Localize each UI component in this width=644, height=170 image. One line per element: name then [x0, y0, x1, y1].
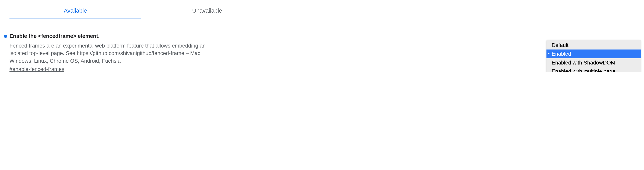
flags-page: Available Unavailable Enable the <fenced…	[0, 4, 644, 72]
dropdown-option-enabled[interactable]: Enabled	[546, 49, 641, 58]
tabs-bar: Available Unavailable	[10, 4, 273, 19]
flag-title: Enable the <fencedframe> element.	[10, 33, 100, 39]
flag-title-row: Enable the <fencedframe> element.	[4, 33, 215, 39]
tab-available[interactable]: Available	[10, 4, 141, 19]
flag-description: Fenced frames are an experimental web pl…	[10, 42, 215, 65]
modified-indicator-icon	[4, 35, 7, 38]
tab-unavailable[interactable]: Unavailable	[141, 4, 273, 19]
dropdown-option-default[interactable]: Default	[546, 41, 641, 49]
flag-content: Enable the <fencedframe> element. Fenced…	[4, 33, 215, 72]
dropdown-option-enabled-mpa[interactable]: Enabled with multiple page architecture	[546, 67, 641, 72]
flag-hash-link[interactable]: #enable-fenced-frames	[10, 66, 64, 72]
dropdown-option-enabled-shadowdom[interactable]: Enabled with ShadowDOM	[546, 58, 641, 67]
flag-row: Enable the <fencedframe> element. Fenced…	[0, 19, 644, 72]
flag-state-dropdown[interactable]: Default Enabled Enabled with ShadowDOM E…	[546, 40, 641, 72]
